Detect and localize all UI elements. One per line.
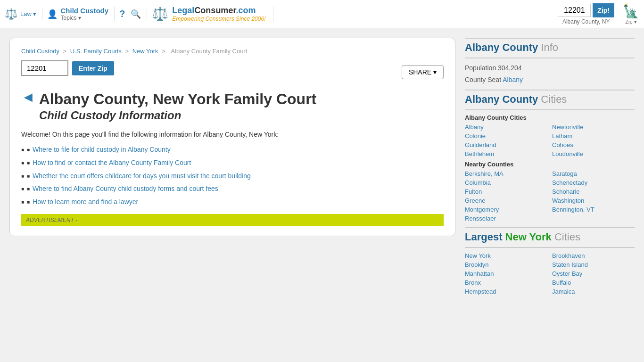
city-latham[interactable]: Latham (552, 132, 635, 140)
largest-staten-island[interactable]: Staten Island (552, 261, 635, 269)
law-icon: ⚖️ (5, 8, 17, 20)
header: ⚖️ Law ▾ 👤 Child Custody Topics ▾ ? 🔍 ⚖️… (0, 0, 644, 28)
cities-label: Albany County Cities (465, 114, 635, 121)
content-area: Child Custody > U.S. Family Courts > New… (9, 38, 455, 298)
state-map-icon: 🗽 (623, 3, 639, 19)
breadcrumb-child-custody[interactable]: Child Custody (21, 48, 59, 55)
county-info-title: Albany County Info (465, 41, 635, 54)
cities-grid: Albany Newtonville Colonie Latham Guilde… (465, 123, 635, 158)
list-link-1[interactable]: Where to file for child custody in Alban… (33, 145, 171, 155)
largest-manhattan[interactable]: Manhattan (465, 270, 547, 278)
list-link-3[interactable]: Whether the court offers childcare for d… (33, 172, 251, 181)
list-link-2[interactable]: How to find or contact the Albany County… (33, 158, 191, 168)
population: Population 304,204 (465, 62, 635, 74)
largest-brookhaven[interactable]: Brookhaven (552, 252, 635, 260)
city-guilderland[interactable]: Guilderland (465, 141, 547, 149)
page-subtitle: Child Custody Information (39, 109, 444, 122)
page-title-row: ◄ Albany County, New York Family Court (21, 90, 444, 108)
list-link-5[interactable]: How to learn more and find a lawyer (33, 197, 138, 207)
topics-label[interactable]: Topics ▾ (60, 15, 108, 21)
zip-row: Enter Zip (21, 60, 114, 76)
list-link-4[interactable]: Where to find Albany County child custod… (33, 184, 218, 194)
nearby-fulton[interactable]: Fulton (465, 188, 547, 196)
nearby-greene[interactable]: Greene (465, 197, 547, 205)
city-colonie[interactable]: Colonie (465, 132, 547, 140)
breadcrumb: Child Custody > U.S. Family Courts > New… (21, 48, 444, 55)
county-seat-link[interactable]: Albany (503, 76, 523, 83)
brand-tagline: Empowering Consumers Since 2006! (172, 16, 265, 22)
enter-zip-button[interactable]: Enter Zip (72, 61, 114, 75)
city-loudonville[interactable]: Loudonville (552, 150, 635, 158)
breadcrumb-us-courts[interactable]: U.S. Family Courts (70, 48, 122, 55)
nearby-grid: Berkshire, MA Saratoga Columbia Schenect… (465, 170, 635, 222)
content-card: Child Custody > U.S. Family Courts > New… (9, 38, 455, 236)
brand-name: LegalConsumer.com (172, 6, 265, 16)
child-custody-label[interactable]: Child Custody (60, 7, 108, 15)
scales-brand-icon: ⚖️ (152, 6, 168, 22)
city-newtonville[interactable]: Newtonville (552, 123, 635, 131)
advertisement-bar: ADVERTISEMENT - (21, 214, 444, 226)
nearby-berkshire[interactable]: Berkshire, MA (465, 170, 547, 178)
nearby-schenectady[interactable]: Schenectady (552, 179, 635, 187)
nearby-montgomery[interactable]: Montgomery (465, 206, 547, 214)
largest-cities-title: Largest New York Cities (465, 231, 635, 243)
nearby-bennington[interactable]: Bennington, VT (552, 206, 635, 214)
largest-oyster-bay[interactable]: Oyster Bay (552, 270, 635, 278)
sidebar: Albany County Info Population 304,204 Co… (465, 38, 635, 298)
breadcrumb-new-york[interactable]: New York (132, 48, 158, 55)
nearby-washington[interactable]: Washington (552, 197, 635, 205)
share-button[interactable]: SHARE ▾ (402, 65, 444, 79)
largest-buffalo[interactable]: Buffalo (552, 279, 635, 287)
largest-cities-grid: New York Brookhaven Brooklyn Staten Isla… (465, 252, 635, 296)
zip-header-input[interactable] (558, 4, 591, 17)
city-cohoes[interactable]: Cohoes (552, 141, 635, 149)
list-item: ■ How to find or contact the Albany Coun… (21, 158, 444, 168)
main-container: Child Custody > U.S. Family Courts > New… (0, 28, 644, 308)
largest-hempstead[interactable]: Hempstead (465, 288, 547, 296)
page-title: Albany County, New York Family Court (39, 90, 317, 108)
breadcrumb-current: Albany County Family Court (171, 48, 247, 55)
child-custody-icon: 👤 (47, 9, 58, 19)
nearby-schoharie[interactable]: Schoharie (552, 188, 635, 196)
zip-location: Albany County, NY (562, 18, 610, 25)
nearby-rensselaer[interactable]: Rensselaer (465, 214, 547, 222)
largest-jamaica[interactable]: Jamaica (552, 288, 635, 296)
zip-section: Zip! Albany County, NY (558, 3, 614, 25)
info-list: ■ Where to file for child custody in Alb… (21, 145, 444, 206)
welcome-text: Welcome! On this page you'll find the fo… (21, 130, 444, 140)
law-nav-label[interactable]: Law ▾ (20, 10, 36, 17)
city-albany[interactable]: Albany (465, 123, 547, 131)
back-arrow-icon[interactable]: ◄ (21, 90, 35, 104)
county-info-block: Population 304,204 County Seat Albany (465, 62, 635, 86)
list-item: ■ How to learn more and find a lawyer (21, 197, 444, 207)
city-bethlehem[interactable]: Bethlehem (465, 150, 547, 158)
list-item: ■ Where to find Albany County child cust… (21, 184, 444, 194)
search-icon[interactable]: 🔍 (131, 9, 141, 19)
nearby-saratoga[interactable]: Saratoga (552, 170, 635, 178)
zip-header-button[interactable]: Zip! (593, 3, 614, 17)
zip-main-input[interactable] (21, 60, 68, 76)
nearby-label: Nearby Counties (465, 161, 635, 168)
list-item: ■ Where to file for child custody in Alb… (21, 145, 444, 155)
nearby-columbia[interactable]: Columbia (465, 179, 547, 187)
county-seat: County Seat Albany (465, 74, 635, 86)
question-icon[interactable]: ? (119, 8, 125, 19)
zip-dropdown-label[interactable]: Zip ▾ (625, 19, 636, 25)
cities-title: Albany County Cities (465, 93, 635, 106)
largest-brooklyn[interactable]: Brooklyn (465, 261, 547, 269)
list-item: ■ Whether the court offers childcare for… (21, 172, 444, 181)
largest-bronx[interactable]: Bronx (465, 279, 547, 287)
largest-new-york[interactable]: New York (465, 252, 547, 260)
